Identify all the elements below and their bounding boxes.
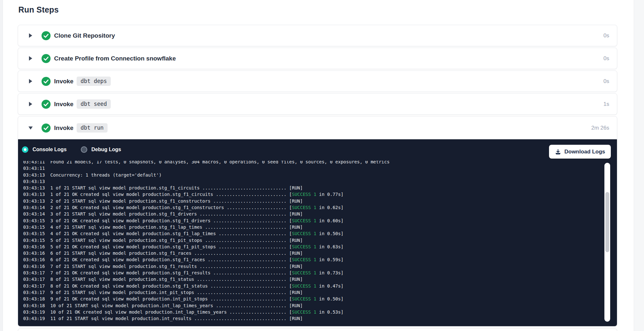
- log-line: 03:43:16 6 of 21 START sql view model pr…: [23, 250, 602, 256]
- log-line: 03:43:15 5 of 21 START sql view model pr…: [23, 237, 602, 244]
- download-logs-button[interactable]: Download Logs: [549, 145, 611, 159]
- log-line: 03:43:17 8 of 21 OK created sql view mod…: [23, 283, 602, 289]
- step-label: Create Profile from Connection snowflake: [54, 55, 176, 62]
- console-log-output[interactable]: 03:43:11 Found 21 models, 17 tests, 0 sn…: [23, 161, 602, 323]
- step-duration: 0s: [603, 55, 609, 62]
- console-log-panel: Console Logs Debug Logs Download L: [18, 139, 617, 326]
- log-line: 03:43:14 3 of 21 START sql view model pr…: [23, 211, 602, 217]
- log-line: 03:43:14 2 of 21 OK created sql view mod…: [23, 204, 602, 211]
- run-steps-list: Clone Git Repository 0s Create Profile f…: [18, 25, 617, 331]
- log-line: 03:43:11: [23, 165, 602, 171]
- step-duration: 0s: [603, 32, 609, 39]
- log-line: 03:43:17 8 of 21 START sql view model pr…: [23, 276, 602, 282]
- chevron-right-icon[interactable]: [28, 56, 33, 61]
- log-line: 03:43:18 9 of 21 OK created sql view mod…: [23, 296, 602, 302]
- log-type-radio-group: Console Logs Debug Logs: [22, 146, 121, 153]
- log-line: 03:43:15 4 of 21 START sql view model pr…: [23, 224, 602, 230]
- next-step-card-edge: [18, 328, 617, 331]
- log-line: 03:43:13 2 of 21 START sql view model pr…: [23, 198, 602, 204]
- success-check-icon: [42, 54, 51, 63]
- success-check-icon: [42, 77, 51, 86]
- log-line: 03:43:18 10 of 21 START sql view model p…: [23, 302, 602, 309]
- run-steps-page: Run Steps Clone Git Repository 0s: [0, 0, 644, 331]
- step-row[interactable]: Invoke dbt run 2m 26s: [18, 116, 617, 139]
- step-label: Invoke: [54, 101, 73, 108]
- step-duration: 2m 26s: [591, 125, 609, 131]
- chevron-right-icon[interactable]: [28, 33, 33, 38]
- log-toolbar: Console Logs Debug Logs Download L: [18, 139, 617, 161]
- chevron-right-icon[interactable]: [28, 79, 33, 84]
- step-card-invoke-dbt-run: Invoke dbt run 2m 26s Console Logs Debug…: [18, 116, 617, 326]
- log-line: 03:43:13 Concurrency: 1 threads (target=…: [23, 172, 602, 178]
- step-card-invoke-dbt-seed: Invoke dbt seed 1s: [18, 93, 617, 115]
- log-line: 03:43:17 7 of 21 OK created sql view mod…: [23, 270, 602, 276]
- step-card-create-profile: Create Profile from Connection snowflake…: [18, 48, 617, 69]
- chevron-right-icon[interactable]: [28, 102, 33, 106]
- chevron-down-icon[interactable]: [28, 125, 33, 130]
- log-line: 03:43:16 5 of 21 OK created sql view mod…: [23, 244, 602, 250]
- log-line: 03:43:19 10 of 21 OK created sql view mo…: [23, 309, 602, 315]
- step-duration: 0s: [603, 78, 609, 85]
- page-left-gutter: [0, 0, 3, 331]
- log-line: 03:43:13 1 of 21 START sql view model pr…: [23, 185, 602, 191]
- page-title: Run Steps: [18, 5, 59, 14]
- download-logs-label: Download Logs: [564, 149, 605, 155]
- console-logs-radio[interactable]: [22, 146, 28, 153]
- step-row[interactable]: Clone Git Repository 0s: [18, 25, 617, 46]
- step-card-clone-git-repository: Clone Git Repository 0s: [18, 25, 617, 46]
- success-check-icon: [42, 31, 51, 40]
- success-check-icon: [42, 100, 51, 109]
- log-line: 03:43:13 1 of 21 OK created sql view mod…: [23, 191, 602, 198]
- success-check-icon: [42, 124, 51, 133]
- debug-logs-label[interactable]: Debug Logs: [91, 147, 121, 152]
- page-right-gutter: [634, 0, 644, 331]
- debug-logs-radio[interactable]: [81, 146, 87, 153]
- step-row[interactable]: Invoke dbt deps 0s: [18, 71, 617, 92]
- log-line: 03:43:15 4 of 21 OK created sql view mod…: [23, 230, 602, 237]
- step-row[interactable]: Invoke dbt seed 1s: [18, 94, 617, 115]
- log-line: 03:43:15 3 of 21 OK created sql view mod…: [23, 217, 602, 224]
- step-command-badge: dbt seed: [77, 99, 111, 109]
- log-scrollbar-thumb[interactable]: [605, 192, 609, 252]
- log-line: 03:43:16 7 of 21 START sql view model pr…: [23, 263, 602, 270]
- step-duration: 1s: [603, 101, 609, 107]
- step-command-badge: dbt deps: [77, 77, 111, 86]
- log-line: 03:43:19 11 of 21 START sql view model p…: [23, 315, 602, 322]
- log-line: 03:43:13: [23, 178, 602, 185]
- log-line: 03:43:17 9 of 21 START sql view model pr…: [23, 289, 602, 296]
- step-label: Invoke: [54, 78, 73, 85]
- log-line: 03:43:11 Found 21 models, 17 tests, 0 sn…: [23, 161, 602, 165]
- log-line: 03:43:16 6 of 21 OK created sql view mod…: [23, 256, 602, 263]
- download-icon: [555, 149, 561, 155]
- log-scrollbar-track[interactable]: [604, 163, 610, 322]
- console-logs-label[interactable]: Console Logs: [33, 147, 67, 152]
- step-card-invoke-dbt-deps: Invoke dbt deps 0s: [18, 70, 617, 92]
- step-command-badge: dbt run: [77, 123, 108, 133]
- step-label: Invoke: [54, 124, 73, 132]
- step-label: Clone Git Repository: [54, 32, 115, 39]
- step-row[interactable]: Create Profile from Connection snowflake…: [18, 48, 617, 69]
